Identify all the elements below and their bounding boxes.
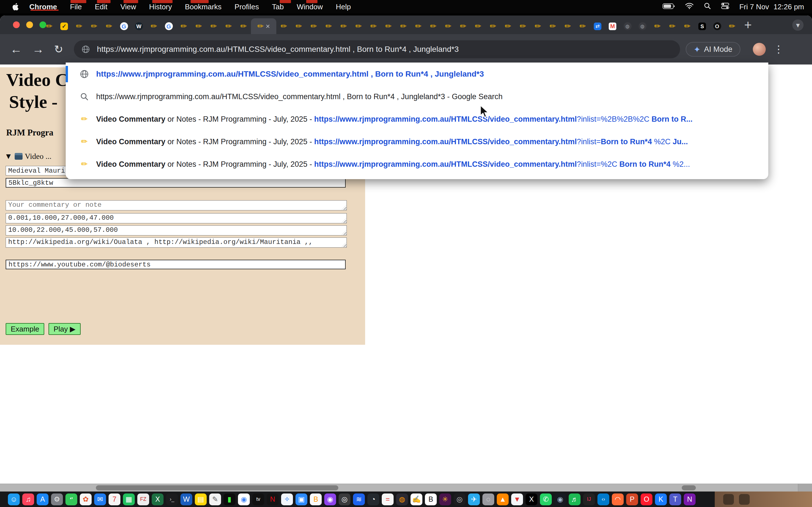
dock-textedit-icon[interactable]: ✎	[209, 494, 221, 505]
video-details-summary[interactable]: ▼ Video ...	[4, 152, 51, 161]
browser-tab[interactable]: ✏	[221, 18, 236, 34]
dock-preview-icon[interactable]: ◌	[483, 494, 494, 505]
address-bar[interactable]: https://www.rjmprogramming.com.au/HTMLCS…	[74, 40, 680, 58]
commentary-textarea[interactable]	[6, 200, 347, 210]
new-tab-button[interactable]: +	[741, 18, 755, 32]
browser-tab[interactable]: ✏	[560, 18, 575, 34]
suggestion-row[interactable]: ✏ Video Commentary or Notes - RJM Progra…	[66, 133, 768, 151]
browser-tab[interactable]: ✏	[426, 18, 441, 34]
ai-mode-button[interactable]: ✦ AI Mode	[686, 42, 741, 57]
browser-tab[interactable]: ◍	[620, 18, 635, 34]
browser-tab[interactable]: ✏	[396, 18, 411, 34]
dock-calculator-icon[interactable]: =	[382, 494, 394, 505]
browser-tab[interactable]: ✏	[42, 18, 57, 34]
dock-spotify-icon[interactable]: ♬	[569, 494, 580, 505]
browser-tab[interactable]: ✏	[411, 18, 426, 34]
tab-search-button[interactable]: ▾	[792, 19, 804, 31]
browser-tab[interactable]: ✏	[680, 18, 695, 34]
dock-finder-icon[interactable]: ☺	[8, 494, 20, 505]
scrollbar-thumb[interactable]	[96, 485, 338, 490]
dock-zoom-icon[interactable]: ▣	[296, 494, 307, 505]
video-id-input[interactable]	[6, 178, 346, 187]
dock-notes-icon[interactable]: ▤	[195, 494, 207, 505]
browser-tab[interactable]: G	[116, 18, 132, 34]
browser-tab[interactable]: ✏	[486, 18, 500, 34]
dock-intellij-icon[interactable]: IJ	[583, 494, 595, 505]
menu-item-window[interactable]: Window	[297, 3, 322, 11]
dock-vlc-icon[interactable]: ▲	[497, 494, 509, 505]
browser-tab[interactable]: ✏	[306, 18, 321, 34]
menu-item-bookmarks[interactable]: Bookmarks	[185, 3, 221, 11]
browser-tab[interactable]: ✏×	[251, 18, 276, 34]
browser-tab[interactable]: ✏	[191, 18, 206, 34]
battery-icon[interactable]	[663, 3, 675, 11]
dock-music-icon[interactable]: ♫	[22, 494, 34, 505]
dock-keynote-icon[interactable]: K	[655, 494, 667, 505]
browser-tab[interactable]: ✏	[515, 18, 530, 34]
browser-tab[interactable]: ✏	[650, 18, 665, 34]
menu-item-help[interactable]: Help	[336, 3, 351, 11]
dock-vscode-icon[interactable]: ‹›	[598, 494, 609, 505]
dock-settings-icon[interactable]: ⚙	[51, 494, 63, 505]
menu-clock[interactable]: Fri 7 Nov 12:26 pm	[739, 3, 804, 11]
browser-tab[interactable]: ✏	[351, 18, 366, 34]
browser-tab[interactable]: ✏	[575, 18, 590, 34]
dock-apple-tv-icon[interactable]: tv	[252, 494, 264, 505]
dock-calendar-icon[interactable]: 7	[109, 494, 120, 505]
browser-tab[interactable]: ◍	[635, 18, 650, 34]
browser-tab[interactable]: ✏	[441, 18, 456, 34]
browser-tab[interactable]: ✓	[57, 18, 71, 34]
browser-tab[interactable]: ✏	[291, 18, 306, 34]
dock-opera-icon[interactable]: O	[641, 494, 652, 505]
profile-avatar[interactable]	[753, 43, 766, 56]
example-button[interactable]: Example	[6, 323, 44, 335]
suggestion-url[interactable]: https://www.rjmprogramming.com.au/HTMLCS…	[96, 69, 484, 78]
window-minimize-button[interactable]	[26, 21, 33, 28]
browser-tab[interactable]: ⇄	[590, 18, 605, 34]
dock-pages-icon[interactable]: ✍	[410, 494, 422, 505]
suggestion-row[interactable]: https://www.rjmprogramming.com.au/HTMLCS…	[66, 88, 768, 105]
control-center-icon[interactable]	[721, 3, 729, 11]
suggestion-row[interactable]: ✏ Video Commentary or Notes - RJM Progra…	[66, 110, 768, 128]
dock-maps-icon[interactable]: ▼	[511, 494, 523, 505]
play-button[interactable]: Play ▶	[49, 323, 81, 335]
browser-tab[interactable]: ✏	[276, 18, 291, 34]
downloads-folder-icon[interactable]	[723, 494, 734, 505]
browser-tab[interactable]: ✏	[87, 18, 101, 34]
details-marker-icon[interactable]: ▼	[4, 152, 12, 161]
browser-tab[interactable]: ✏	[725, 18, 740, 34]
browser-tab[interactable]: ✏	[366, 18, 381, 34]
browser-tab[interactable]: W	[132, 18, 146, 34]
browser-tab[interactable]: ✏	[321, 18, 336, 34]
menu-item-profiles[interactable]: Profiles	[235, 3, 259, 11]
menu-item-view[interactable]: View	[120, 3, 136, 11]
dock-powerpoint-icon[interactable]: P	[626, 494, 638, 505]
wifi-icon[interactable]	[685, 3, 694, 11]
dock-docker-icon[interactable]: ≋	[353, 494, 365, 505]
address-bar-url[interactable]: https://www.rjmprogramming.com.au/HTMLCS…	[97, 45, 459, 54]
browser-menu-icon[interactable]: ⋮	[774, 43, 784, 55]
dock-github-icon[interactable]: ◔	[367, 494, 379, 505]
browser-tab[interactable]: ✏	[101, 18, 116, 34]
dock-photos-icon[interactable]: ✿	[80, 494, 92, 505]
dock-slack-icon[interactable]: ✳	[439, 494, 451, 505]
forward-button[interactable]: →	[32, 43, 44, 55]
dock-steam-icon[interactable]: ◉	[554, 494, 566, 505]
channel-url-input[interactable]	[6, 260, 346, 269]
browser-tab[interactable]: ✏	[456, 18, 470, 34]
suggestion-row[interactable]: ✏ Video Commentary or Notes - RJM Progra…	[66, 156, 768, 173]
scrollbar-thumb-secondary[interactable]	[682, 485, 696, 490]
dock-chrome-icon[interactable]: ◉	[238, 494, 250, 505]
browser-tab[interactable]: ✏	[500, 18, 515, 34]
browser-tab[interactable]: ✏	[530, 18, 545, 34]
dock-x-app-icon[interactable]: X	[525, 494, 538, 505]
dock-messages-icon[interactable]: ❛❜	[65, 494, 77, 505]
reload-button[interactable]: ↻	[54, 44, 63, 55]
browser-tab[interactable]: ✏	[665, 18, 680, 34]
browser-tab[interactable]: ✏	[206, 18, 221, 34]
dock-netflix-icon[interactable]: N	[267, 494, 278, 505]
dock-firefox-icon[interactable]: ◍	[396, 494, 408, 505]
browser-tab[interactable]: ✏	[176, 18, 191, 34]
browser-tab[interactable]: ✏	[71, 18, 87, 34]
links-textarea[interactable]: http://wikipedia.org/wiki/Oualata , http…	[6, 237, 347, 247]
